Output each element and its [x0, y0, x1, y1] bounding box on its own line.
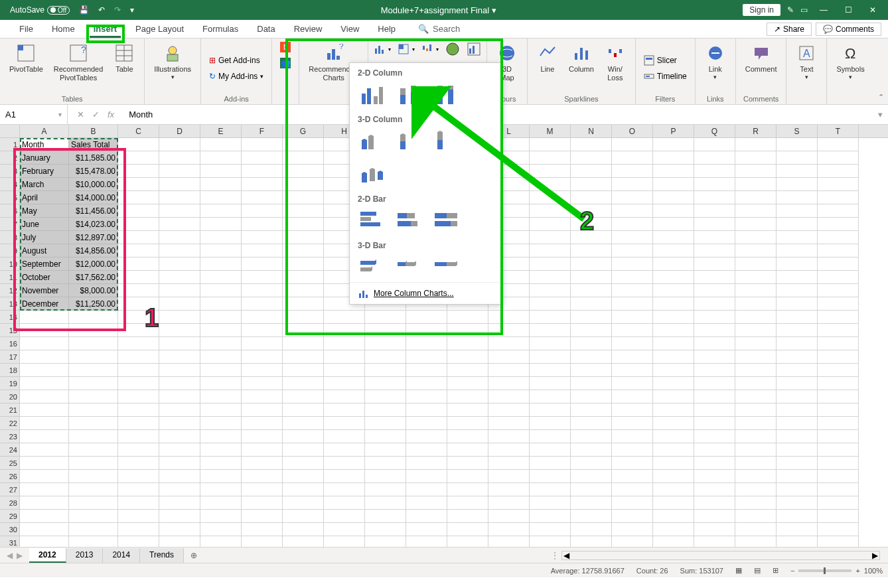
- col-header-N[interactable]: N: [571, 125, 612, 137]
- cell-N22[interactable]: [571, 417, 612, 430]
- cell-D9[interactable]: [159, 244, 200, 257]
- cell-G27[interactable]: [283, 483, 324, 496]
- cell-K18[interactable]: [447, 364, 488, 377]
- cell-M9[interactable]: [530, 244, 571, 257]
- cell-E8[interactable]: [200, 231, 242, 244]
- cell-A17[interactable]: [20, 350, 69, 364]
- cell-F8[interactable]: [242, 231, 283, 244]
- cell-H24[interactable]: [324, 443, 365, 457]
- cell-N28[interactable]: [571, 496, 612, 510]
- cell-A16[interactable]: [20, 337, 69, 350]
- map-chart-button[interactable]: [443, 41, 463, 57]
- cell-S23[interactable]: [777, 430, 818, 443]
- cell-F20[interactable]: [242, 390, 283, 404]
- cell-E16[interactable]: [200, 337, 242, 350]
- cell-A8[interactable]: July: [20, 231, 69, 244]
- cell-N5[interactable]: [571, 191, 612, 204]
- cell-E13[interactable]: [200, 297, 242, 311]
- cell-S19[interactable]: [777, 377, 818, 390]
- cell-P27[interactable]: [653, 483, 694, 496]
- cell-N25[interactable]: [571, 457, 612, 470]
- cell-S18[interactable]: [777, 364, 818, 377]
- cell-K26[interactable]: [447, 470, 488, 483]
- row-header-21[interactable]: 21: [0, 404, 20, 417]
- cell-C31[interactable]: [118, 536, 159, 547]
- cell-E31[interactable]: [200, 536, 242, 547]
- cell-H27[interactable]: [324, 483, 365, 496]
- cell-Q26[interactable]: [694, 470, 735, 483]
- cell-S25[interactable]: [777, 457, 818, 470]
- cell-L26[interactable]: [488, 470, 530, 483]
- cell-O2[interactable]: [612, 151, 653, 165]
- cell-J17[interactable]: [406, 350, 447, 364]
- cell-G14[interactable]: [283, 311, 324, 324]
- cell-S28[interactable]: [777, 496, 818, 510]
- cell-I24[interactable]: [365, 443, 406, 457]
- cell-F10[interactable]: [242, 257, 283, 271]
- cell-D19[interactable]: [159, 377, 200, 390]
- clustered-bar-2d[interactable]: [358, 208, 387, 233]
- cell-S12[interactable]: [777, 284, 818, 297]
- col-header-R[interactable]: R: [735, 125, 777, 137]
- cell-S10[interactable]: [777, 257, 818, 271]
- cell-R7[interactable]: [735, 218, 777, 231]
- cell-H18[interactable]: [324, 364, 365, 377]
- cell-R20[interactable]: [735, 390, 777, 404]
- cell-R24[interactable]: [735, 443, 777, 457]
- cell-R28[interactable]: [735, 496, 777, 510]
- cell-P2[interactable]: [653, 151, 694, 165]
- cell-G24[interactable]: [283, 443, 324, 457]
- cell-T19[interactable]: [818, 377, 859, 390]
- cell-L24[interactable]: [488, 443, 530, 457]
- add-sheet-button[interactable]: ⊕: [184, 551, 204, 560]
- cell-N10[interactable]: [571, 257, 612, 271]
- cell-D27[interactable]: [159, 483, 200, 496]
- cell-O8[interactable]: [612, 231, 653, 244]
- cell-R27[interactable]: [735, 483, 777, 496]
- bing-button[interactable]: b: [277, 41, 293, 53]
- cell-B9[interactable]: $14,856.00: [69, 244, 118, 257]
- cell-R19[interactable]: [735, 377, 777, 390]
- cell-A27[interactable]: [20, 483, 69, 496]
- sheet-nav-prev-icon[interactable]: ◀: [7, 551, 13, 560]
- my-addins-button[interactable]: ↻My Add-ins▾: [206, 71, 266, 82]
- cell-D7[interactable]: [159, 218, 200, 231]
- get-addins-button[interactable]: ⊞Get Add-ins: [206, 55, 263, 66]
- pivottable-button[interactable]: PivotTable: [5, 41, 47, 75]
- cell-H25[interactable]: [324, 457, 365, 470]
- slicer-button[interactable]: Slicer: [641, 54, 680, 66]
- tab-file[interactable]: File: [10, 20, 42, 38]
- cell-R14[interactable]: [735, 311, 777, 324]
- cell-H29[interactable]: [324, 510, 365, 523]
- cell-E23[interactable]: [200, 430, 242, 443]
- cell-S15[interactable]: [777, 324, 818, 337]
- cell-S30[interactable]: [777, 523, 818, 536]
- cell-K30[interactable]: [447, 523, 488, 536]
- cell-N11[interactable]: [571, 271, 612, 284]
- cell-A7[interactable]: June: [20, 218, 69, 231]
- cell-F22[interactable]: [242, 417, 283, 430]
- cell-M31[interactable]: [530, 536, 571, 547]
- cell-T25[interactable]: [818, 457, 859, 470]
- cell-D15[interactable]: [159, 324, 200, 337]
- cell-E14[interactable]: [200, 311, 242, 324]
- cell-S14[interactable]: [777, 311, 818, 324]
- cell-R11[interactable]: [735, 271, 777, 284]
- col-header-C[interactable]: C: [118, 125, 159, 137]
- cell-E2[interactable]: [200, 151, 242, 165]
- hierarchy-chart-dropdown[interactable]: ▾: [395, 41, 417, 57]
- cell-P3[interactable]: [653, 165, 694, 178]
- cell-G22[interactable]: [283, 417, 324, 430]
- cell-P6[interactable]: [653, 204, 694, 218]
- view-page-layout-icon[interactable]: ▤: [754, 566, 761, 575]
- col-header-Q[interactable]: Q: [694, 125, 735, 137]
- undo-icon[interactable]: ↶: [98, 5, 105, 15]
- ribbon-options-icon[interactable]: ▭: [800, 5, 808, 15]
- confirm-formula-icon[interactable]: ✓: [92, 110, 100, 119]
- cell-R26[interactable]: [735, 470, 777, 483]
- cell-C12[interactable]: [118, 284, 159, 297]
- table-button[interactable]: Table: [110, 41, 139, 75]
- cell-T18[interactable]: [818, 364, 859, 377]
- pivotchart-button[interactable]: [464, 41, 484, 57]
- cell-N4[interactable]: [571, 178, 612, 191]
